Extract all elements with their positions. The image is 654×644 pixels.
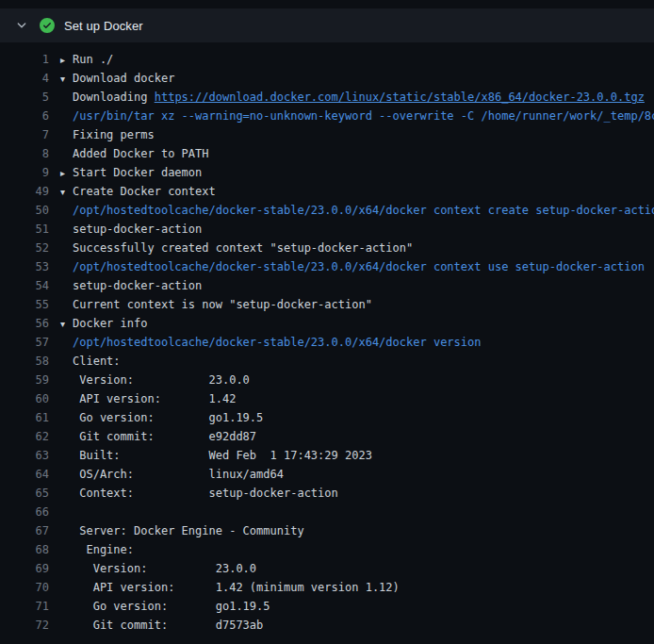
log-line: 70 API version: 1.42 (minimum version 1.…: [0, 578, 654, 597]
log-line: 53/opt/hostedtoolcache/docker-stable/23.…: [0, 257, 654, 276]
log-text: Current context is now "setup-docker-act…: [73, 298, 372, 311]
log-text: Start Docker daemon: [73, 166, 202, 179]
line-number[interactable]: 55: [0, 295, 49, 314]
log-text: Fixing perms: [73, 128, 155, 141]
log-text: Git commit: d7573ab: [73, 619, 263, 632]
line-number[interactable]: 51: [0, 220, 49, 239]
log-command-text: /usr/bin/tar xz --warning=no-unknown-key…: [73, 109, 654, 123]
line-number[interactable]: 54: [0, 276, 49, 295]
line-content: ▾Create Docker context: [60, 182, 216, 201]
line-number[interactable]: 62: [0, 427, 49, 446]
line-number[interactable]: 63: [0, 446, 49, 465]
collapse-group-icon[interactable]: ▾: [60, 315, 73, 334]
line-number[interactable]: 56: [0, 314, 49, 333]
log-line: 72 Git commit: d7573ab: [0, 616, 654, 635]
line-content: Version: 23.0.0: [60, 559, 256, 578]
line-number[interactable]: 70: [0, 578, 49, 597]
log-text: Docker info: [73, 317, 147, 330]
chevron-down-icon[interactable]: [15, 19, 28, 32]
line-number[interactable]: 7: [0, 125, 49, 144]
log-text: API version: 1.42: [73, 392, 236, 405]
line-content: Git commit: e92dd87: [60, 427, 256, 446]
line-content: Go version: go1.19.5: [60, 597, 270, 616]
log-line: 58Client:: [0, 352, 654, 371]
line-content: Added Docker to PATH: [60, 144, 209, 163]
log-line-group[interactable]: 56▾Docker info: [0, 314, 654, 333]
log-line-group[interactable]: 1▸Run ./: [0, 50, 654, 69]
line-number[interactable]: 1: [0, 50, 49, 69]
line-number[interactable]: 65: [0, 484, 49, 503]
log-line: 68 Engine:: [0, 540, 654, 559]
log-line: 6/usr/bin/tar xz --warning=no-unknown-ke…: [0, 107, 654, 125]
line-content: API version: 1.42 (minimum version 1.12): [60, 578, 400, 597]
line-number[interactable]: 5: [0, 88, 49, 107]
line-number[interactable]: 52: [0, 239, 49, 257]
line-number[interactable]: 58: [0, 352, 49, 371]
line-content: Downloading https://download.docker.com/…: [60, 88, 645, 107]
log-line: 8Added Docker to PATH: [0, 144, 654, 163]
line-number[interactable]: 8: [0, 144, 49, 163]
collapse-group-icon[interactable]: ▾: [60, 70, 73, 89]
log-command-text: /opt/hostedtoolcache/docker-stable/23.0.…: [73, 336, 481, 349]
line-content: setup-docker-action: [60, 220, 202, 239]
line-number[interactable]: 71: [0, 597, 49, 616]
line-number[interactable]: 9: [0, 163, 49, 182]
line-content: Go version: go1.19.5: [60, 408, 263, 427]
log-line-group[interactable]: 4▾Download docker: [0, 69, 654, 88]
log-line: 57/opt/hostedtoolcache/docker-stable/23.…: [0, 333, 654, 352]
log-line-group[interactable]: 49▾Create Docker context: [0, 182, 654, 201]
log-text: Downloading: [73, 91, 155, 104]
log-command-text: /opt/hostedtoolcache/docker-stable/23.0.…: [73, 260, 645, 273]
log-line: 59 Version: 23.0.0: [0, 371, 654, 389]
line-number[interactable]: 69: [0, 559, 49, 578]
line-number[interactable]: 57: [0, 333, 49, 352]
log-line: 60 API version: 1.42: [0, 389, 654, 408]
log-link[interactable]: https://download.docker.com/linux/static…: [155, 91, 645, 104]
expand-group-icon[interactable]: ▸: [60, 51, 73, 70]
line-number[interactable]: 68: [0, 540, 49, 559]
line-number[interactable]: 6: [0, 107, 49, 125]
line-number[interactable]: 53: [0, 257, 49, 276]
log-text: Version: 23.0.0: [73, 562, 256, 575]
line-content: [60, 503, 73, 521]
line-content: /opt/hostedtoolcache/docker-stable/23.0.…: [60, 201, 654, 220]
line-content: ▾Docker info: [60, 314, 147, 333]
line-number[interactable]: 4: [0, 69, 49, 88]
line-number[interactable]: 50: [0, 201, 49, 220]
log-line-group[interactable]: 9▸Start Docker daemon: [0, 163, 654, 182]
line-content: Engine:: [60, 540, 134, 559]
line-number[interactable]: 59: [0, 371, 49, 389]
log-text: Create Docker context: [73, 185, 216, 198]
line-number[interactable]: 72: [0, 616, 49, 635]
log-text: Engine:: [73, 543, 134, 556]
log-text: OS/Arch: linux/amd64: [73, 468, 284, 481]
line-number[interactable]: 66: [0, 503, 49, 521]
log-text: Built: Wed Feb 1 17:43:29 2023: [73, 449, 372, 462]
log-line: 64 OS/Arch: linux/amd64: [0, 465, 654, 484]
log-text: Successfully created context "setup-dock…: [73, 241, 413, 255]
step-title: Set up Docker: [64, 19, 143, 33]
log-line: 65 Context: setup-docker-action: [0, 484, 654, 503]
line-content: setup-docker-action: [60, 276, 202, 295]
log-text: setup-docker-action: [73, 279, 202, 292]
line-number[interactable]: 61: [0, 408, 49, 427]
line-number[interactable]: 49: [0, 182, 49, 201]
log-text: Git commit: e92dd87: [73, 430, 256, 443]
log-line: 63 Built: Wed Feb 1 17:43:29 2023: [0, 446, 654, 465]
expand-group-icon[interactable]: ▸: [60, 164, 73, 183]
line-content: ▾Download docker: [60, 69, 174, 88]
log-line: 66: [0, 503, 654, 521]
line-content: ▸Run ./: [60, 50, 113, 69]
line-number[interactable]: 60: [0, 389, 49, 408]
success-check-icon: [40, 18, 55, 33]
log-line: 7Fixing perms: [0, 125, 654, 144]
step-header[interactable]: Set up Docker: [0, 8, 654, 42]
log-line: 51setup-docker-action: [0, 220, 654, 239]
line-number[interactable]: 67: [0, 521, 49, 540]
collapse-group-icon[interactable]: ▾: [60, 183, 73, 202]
line-number[interactable]: 64: [0, 465, 49, 484]
log-text: Server: Docker Engine - Community: [73, 524, 304, 537]
line-content: Version: 23.0.0: [60, 371, 250, 389]
line-content: Built: Wed Feb 1 17:43:29 2023: [60, 446, 372, 465]
log-text: API version: 1.42 (minimum version 1.12): [73, 581, 400, 594]
